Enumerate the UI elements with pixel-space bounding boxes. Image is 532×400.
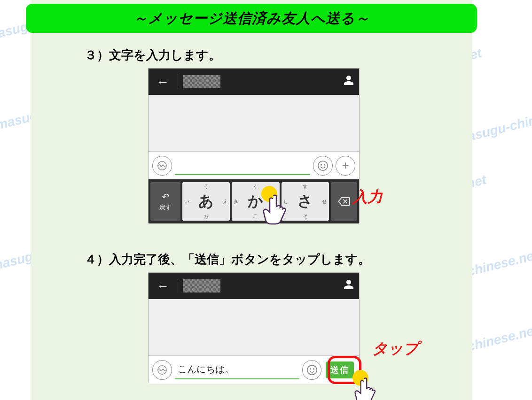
kbd-undo-label: 戻す (159, 203, 172, 212)
voice-icon[interactable] (152, 360, 172, 380)
callout-tap: タップ (372, 338, 419, 359)
undo-arrow-icon: ↶ (162, 191, 170, 202)
chat-body (149, 299, 359, 355)
svg-point-6 (310, 369, 311, 369)
header-divider (178, 279, 178, 293)
step-3-text: ３）文字を入力します。 (85, 47, 221, 63)
message-input[interactable] (175, 361, 299, 379)
back-icon[interactable]: ← (153, 279, 173, 293)
message-input[interactable] (175, 156, 310, 175)
svg-point-5 (307, 365, 317, 375)
svg-point-7 (313, 369, 314, 369)
callout-input: 入力 (352, 187, 383, 208)
step-4-text: ４）入力完了後、「送信」ボタンをタップします。 (85, 251, 370, 268)
header-divider (178, 75, 178, 89)
chat-header: ← (149, 69, 359, 95)
contact-name-blurred (183, 75, 220, 88)
back-icon[interactable]: ← (153, 75, 173, 89)
svg-point-2 (321, 164, 322, 165)
svg-point-1 (318, 161, 328, 170)
keyboard: ↶ 戻す う い あ え お く き か け こ す し さ せ そ (149, 179, 359, 223)
title-text: ～メッセージ送信済み友人へ送る～ (133, 9, 370, 28)
chat-body (149, 95, 359, 151)
message-input-row: + (149, 151, 359, 179)
contact-icon[interactable] (343, 75, 354, 89)
kbd-key-a[interactable]: う い あ え お (182, 182, 230, 221)
voice-icon[interactable] (152, 156, 172, 176)
contact-name-blurred (183, 279, 220, 292)
plus-icon[interactable]: + (336, 156, 355, 176)
kbd-undo-key[interactable]: ↶ 戻す (150, 182, 180, 221)
title-banner: ～メッセージ送信済み友人へ送る～ (26, 4, 477, 33)
emoji-icon[interactable] (313, 156, 333, 176)
contact-icon[interactable] (343, 279, 354, 293)
svg-point-3 (324, 164, 325, 165)
emoji-icon[interactable] (302, 360, 322, 380)
chat-header: ← (149, 273, 359, 299)
screenshot-step3: ← + ↶ 戻す う い あ え お く き か (148, 68, 360, 223)
